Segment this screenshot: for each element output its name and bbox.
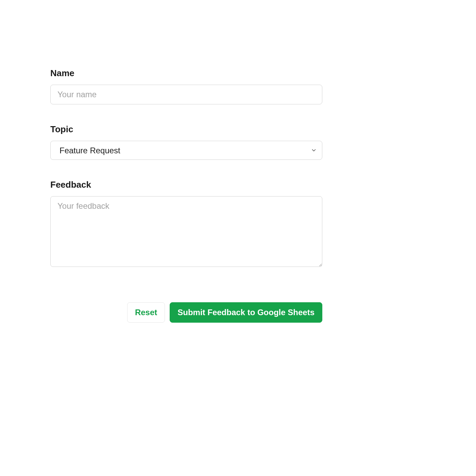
feedback-textarea[interactable] <box>50 196 322 267</box>
submit-button[interactable]: Submit Feedback to Google Sheets <box>170 302 322 323</box>
topic-label: Topic <box>50 124 322 135</box>
name-label: Name <box>50 68 322 79</box>
reset-button[interactable]: Reset <box>127 302 165 323</box>
topic-group: Topic Feature Request <box>50 124 322 160</box>
name-input[interactable] <box>50 85 322 104</box>
feedback-group: Feedback <box>50 180 322 268</box>
feedback-form: Name Topic Feature Request Feedback Rese… <box>50 68 322 323</box>
feedback-label: Feedback <box>50 180 322 190</box>
topic-select-wrapper: Feature Request <box>50 141 322 160</box>
topic-select[interactable]: Feature Request <box>50 141 322 160</box>
button-row: Reset Submit Feedback to Google Sheets <box>50 302 322 323</box>
name-group: Name <box>50 68 322 104</box>
